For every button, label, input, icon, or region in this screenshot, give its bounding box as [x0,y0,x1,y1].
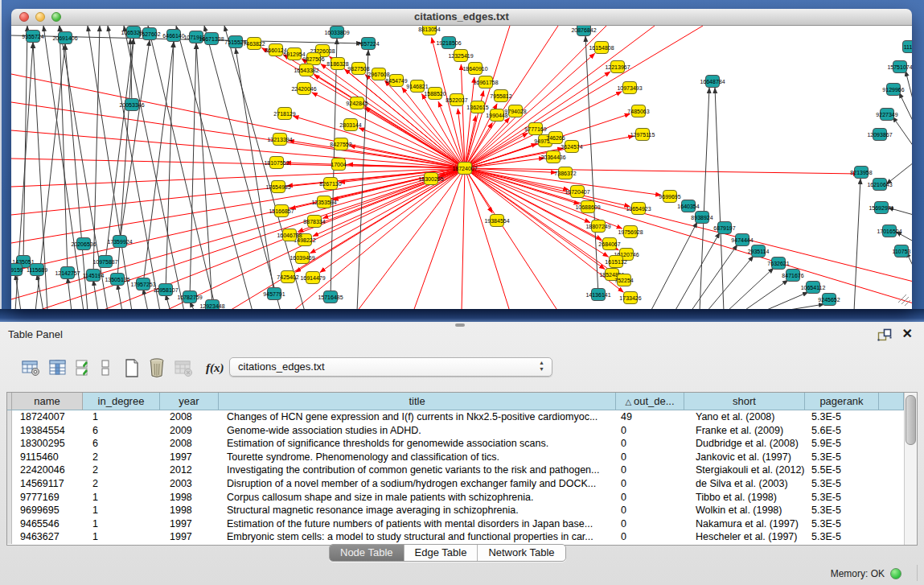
cell[interactable]: 9777169 [12,491,83,505]
citation-edge-black[interactable] [893,117,912,146]
cell[interactable]: 1998 [160,504,219,517]
graph-node-19654923[interactable]: 19654923 [626,203,651,215]
citation-edge-red[interactable] [462,168,465,309]
graph-node-18107552[interactable]: 18107552 [264,157,289,169]
graph-node-20691406[interactable]: 20691406 [52,32,77,44]
citation-edge-red[interactable] [320,168,465,273]
column-header-title[interactable]: title [219,393,616,410]
cell[interactable]: 0 [616,504,684,517]
graph-node-16782759[interactable]: 16782759 [177,291,202,303]
cell[interactable]: Changes of HCN gene expression and I(f) … [219,410,616,424]
citation-edge-red[interactable] [465,168,510,309]
citation-edge-black[interactable] [906,71,912,102]
cell[interactable]: 1 [83,517,160,531]
graph-node-9699695[interactable]: 9699695 [659,191,680,203]
citation-edge-black[interactable] [651,222,697,309]
cell[interactable]: 2 [83,463,160,477]
citation-edge-red[interactable] [465,168,912,303]
cell[interactable]: 1997 [160,530,219,544]
cell[interactable]: 1 [83,491,160,505]
citation-edge-black[interactable] [691,245,737,309]
citation-edge-black[interactable] [105,39,133,262]
column-header-name[interactable]: name [12,393,83,410]
graph-node-8471676[interactable]: 8471676 [782,270,803,282]
citation-edge-black[interactable] [93,280,98,309]
citation-edge-black[interactable] [779,304,824,309]
graph-node-9227349[interactable]: 9227349 [876,109,897,121]
cell[interactable]: 2008 [160,410,219,424]
cell[interactable]: Dudbridge et al. (2008) [684,437,805,451]
graph-node-16210643[interactable]: 16210643 [867,179,892,191]
graph-node-1733426[interactable]: 1733426 [619,292,641,304]
show-columns-icon[interactable] [48,358,68,377]
cell[interactable]: 19384554 [12,424,83,438]
citation-edge-red[interactable] [293,168,465,309]
graph-node-16039469[interactable]: 16039469 [290,252,314,264]
graph-node-16154808[interactable]: 16154808 [589,42,614,54]
citation-edge-black[interactable] [166,295,170,309]
cell[interactable]: 1 [83,504,160,517]
table-row[interactable]: 1830029562008Estimation of significance … [7,437,904,451]
graph-node-12923448[interactable]: 12923448 [199,300,224,310]
cell[interactable]: 5.6E-5 [805,424,879,438]
graph-node-20876842[interactable]: 20876842 [571,26,596,36]
cell[interactable]: 0 [616,437,684,451]
graph-node-9355724[interactable]: 9355724 [22,31,43,43]
graph-node-10654112[interactable]: 10654112 [801,282,826,294]
graph-node-8213958[interactable]: 8213958 [850,167,872,179]
vertical-split-icon[interactable] [100,358,111,377]
cell[interactable]: 5.3E-5 [805,517,879,531]
citation-edge-red[interactable] [364,108,465,168]
citation-edge-black[interactable] [727,268,774,309]
cell[interactable]: Tourette syndrome. Phenomenology and cla… [219,451,616,464]
delete-entries-icon[interactable] [147,357,166,378]
graph-node-15720407[interactable]: 15720407 [565,186,589,198]
graph-node-12093867[interactable]: 12093867 [867,129,892,141]
graph-node-16914479[interactable]: 16914479 [300,272,325,284]
cell[interactable]: 9463627 [12,530,83,544]
citation-edge-black[interactable] [743,280,788,309]
citation-edge-black[interactable] [196,43,212,306]
cell[interactable]: Yano et al. (2008) [684,410,805,424]
column-header-year[interactable]: year [160,393,219,410]
cell[interactable]: 0 [616,424,684,438]
column-header-out_de...[interactable]: △ out_de... [616,393,684,410]
graph-node-110753[interactable]: 110753 [893,245,911,257]
close-panel-icon[interactable]: ✕ [902,326,913,341]
graph-node-12325419[interactable]: 12325419 [448,50,473,62]
graph-node-752254[interactable]: 752254 [614,274,633,286]
cell[interactable]: Estimation of significance thresholds fo… [219,437,616,451]
graph-node-8186328[interactable]: 8186328 [326,58,348,70]
table-row[interactable]: 969969511998Structural magnetic resonanc… [7,504,904,517]
graph-node-10975887[interactable]: 10975887 [92,256,117,268]
cell[interactable]: 5.3E-5 [805,504,879,517]
table-vertical-scrollbar[interactable] [904,393,917,545]
graph-node-19756928[interactable]: 19756928 [618,226,643,238]
graph-node-1640354[interactable]: 1640354 [677,200,699,212]
cell[interactable]: Corpus callosum shape and size in male p… [219,491,616,505]
cell[interactable]: 9699695 [12,504,83,517]
graph-node-19384554[interactable]: 19384554 [484,215,509,227]
graph-node-8813054[interactable]: 8813054 [418,26,440,35]
citation-edge-red[interactable] [11,159,465,168]
zoom-window-icon[interactable] [51,12,61,22]
graph-node-9129966[interactable]: 9129966 [882,84,904,96]
graph-node-7425402[interactable]: 7425402 [277,271,298,283]
graph-node-2803144[interactable]: 2803144 [339,119,361,131]
graph-node-17004[interactable]: 17004 [331,159,347,171]
cell[interactable]: 14569117 [12,477,83,491]
citation-edge-black[interactable] [120,40,150,241]
graph-node-14136141[interactable]: 14136141 [585,289,610,301]
graph-node-7955812[interactable]: 7955812 [490,90,511,102]
graph-node-12975115[interactable]: 12975115 [630,129,655,141]
graph-node-9457791[interactable]: 9457791 [263,288,285,300]
citation-edge-red[interactable] [228,168,465,309]
citation-edge-black[interactable] [707,256,754,309]
graph-node-9242845[interactable]: 9242845 [346,97,368,109]
graph-node-8267130[interactable]: 8267130 [319,178,341,190]
graph-node-9474444[interactable]: 9474444 [731,234,753,246]
graph-node-8878334[interactable]: 8878334 [303,216,325,228]
graph-node-17957253[interactable]: 17957253 [130,278,155,290]
column-header-in_degree[interactable]: in_degree [83,393,160,410]
cell[interactable]: 2008 [160,437,219,451]
